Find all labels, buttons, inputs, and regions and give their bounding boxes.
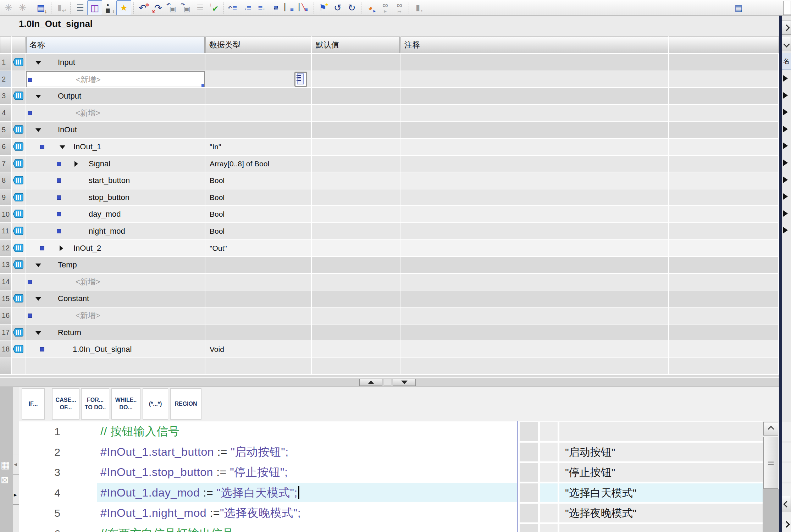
param-sync-icon[interactable]: ≡⇄: [269, 1, 283, 15]
side-comment-cell[interactable]: [559, 422, 763, 441]
variable-name[interactable]: night_mod: [89, 223, 125, 239]
panel-collapse-left-button[interactable]: [782, 496, 791, 512]
datatype-cell[interactable]: [205, 54, 311, 71]
comment-cell[interactable]: [400, 189, 668, 206]
row-number-cell[interactable]: 5: [0, 122, 11, 138]
datatype-cell[interactable]: Void: [205, 341, 311, 358]
default-value-cell[interactable]: [312, 206, 400, 222]
compile-disabled-icon[interactable]: ✳: [1, 1, 16, 15]
monitor-step-icon[interactable]: ∞↦: [392, 1, 406, 15]
snippet-button-for[interactable]: FOR...TO DO..: [81, 388, 109, 420]
datatype-cell[interactable]: "In": [205, 139, 311, 155]
variable-name[interactable]: start_button: [89, 172, 130, 189]
text-block-icon[interactable]: ☰: [193, 1, 207, 15]
header-name[interactable]: 名称: [26, 37, 205, 53]
code-line[interactable]: #InOut_1.stop_button := "停止按钮";: [100, 462, 288, 483]
comment-cell[interactable]: [400, 105, 668, 121]
name-cell[interactable]: start_button: [26, 172, 205, 189]
default-value-cell[interactable]: [312, 358, 400, 375]
variable-name[interactable]: Constant: [58, 290, 89, 307]
split-editor-icon[interactable]: ▤●: [731, 1, 746, 15]
datatype-cell[interactable]: Bool: [205, 189, 311, 206]
comment-cell[interactable]: [400, 71, 668, 88]
variable-name[interactable]: <新增>: [76, 274, 100, 290]
name-cell[interactable]: <新增>: [26, 274, 205, 290]
name-cell[interactable]: Temp: [26, 257, 205, 273]
code-line[interactable]: // 按钮输入信号: [100, 421, 179, 442]
sidebar-collapse-bar[interactable]: ◀ ▶: [13, 387, 19, 532]
default-value-cell[interactable]: [312, 307, 400, 324]
comment-cell[interactable]: [400, 172, 668, 189]
scrollbar-track-lower[interactable]: [763, 489, 779, 532]
variable-name[interactable]: day_mod: [89, 206, 121, 222]
variable-name[interactable]: <新增>: [76, 307, 100, 324]
default-value-cell[interactable]: [312, 240, 400, 256]
row-expand-arrow-icon[interactable]: [783, 75, 788, 82]
default-value-cell[interactable]: [312, 325, 400, 341]
variable-name[interactable]: stop_button: [89, 189, 129, 206]
datatype-cell[interactable]: [205, 290, 311, 307]
name-cell[interactable]: 1.0In_Out_signal: [26, 341, 205, 358]
row-number-cell[interactable]: 7: [0, 156, 11, 172]
row-number-cell[interactable]: 14: [0, 274, 11, 290]
comment-cell[interactable]: [400, 122, 668, 138]
name-cell[interactable]: Constant: [26, 290, 205, 307]
expander-down-icon[interactable]: [35, 297, 41, 301]
comment-cell[interactable]: [400, 88, 668, 104]
code-line[interactable]: #InOut_1.start_button := "启动按钮";: [100, 442, 289, 462]
comment-cell[interactable]: [400, 358, 668, 375]
default-value-cell[interactable]: [312, 223, 400, 239]
variable-name[interactable]: InOut: [58, 122, 77, 138]
row-number-cell[interactable]: 15: [0, 290, 11, 307]
comment-cell[interactable]: [400, 307, 668, 324]
scrollbar-up-button[interactable]: [763, 422, 778, 436]
default-value-cell[interactable]: [312, 341, 400, 358]
datatype-cell[interactable]: [205, 274, 311, 290]
scrollbar-thumb[interactable]: [763, 437, 778, 489]
side-comment-cell[interactable]: [559, 524, 763, 532]
default-value-cell[interactable]: [312, 71, 400, 88]
comment-cell[interactable]: [400, 274, 668, 290]
name-cell[interactable]: InOut_2: [26, 240, 205, 256]
datatype-cell[interactable]: [205, 105, 311, 121]
default-value-cell[interactable]: [312, 156, 400, 172]
expander-down-icon[interactable]: [60, 145, 65, 149]
comment-cell[interactable]: [400, 223, 668, 239]
code-line[interactable]: #InOut_1.night_mod :="选择夜晚模式";: [100, 503, 301, 523]
edit-resize-handle[interactable]: [201, 84, 204, 87]
bookmark-new-icon[interactable]: ⚑★: [316, 1, 331, 15]
expander-right-icon[interactable]: [74, 161, 78, 167]
row-expand-arrow-icon[interactable]: [783, 109, 788, 115]
row-number-cell[interactable]: 12: [0, 240, 11, 256]
name-cell[interactable]: Input: [26, 54, 205, 71]
datatype-cell[interactable]: Array[0..8] of Bool: [205, 156, 311, 172]
side-comment-cell[interactable]: "选择夜晚模式": [559, 504, 763, 522]
variable-name[interactable]: Input: [58, 54, 75, 71]
row-expand-arrow-icon[interactable]: [783, 210, 788, 217]
insert-row-icon[interactable]: ▤↓: [35, 1, 49, 15]
name-cell[interactable]: night_mod: [26, 223, 205, 239]
variable-name[interactable]: InOut_1: [73, 139, 101, 155]
outline-icon[interactable]: ☰: [73, 1, 87, 15]
db-protect-icon[interactable]: ▮▪: [411, 1, 426, 15]
snippet-button-while[interactable]: WHILE..DO...: [111, 388, 140, 420]
name-cell[interactable]: [26, 358, 205, 375]
comment-cell[interactable]: [400, 257, 668, 273]
comment-cell[interactable]: [400, 290, 668, 307]
header-datatype[interactable]: 数据类型: [205, 37, 311, 53]
row-expand-arrow-icon[interactable]: [783, 126, 788, 132]
panel-expand-right-bottom-button[interactable]: [782, 516, 791, 532]
datatype-cell[interactable]: [205, 358, 311, 375]
datatype-cell[interactable]: [205, 88, 311, 104]
comment-cell[interactable]: [400, 341, 668, 358]
name-cell[interactable]: Signal: [26, 156, 205, 172]
variable-name[interactable]: Signal: [89, 156, 110, 172]
expander-down-icon[interactable]: [35, 264, 41, 267]
row-expand-arrow-icon[interactable]: [783, 193, 788, 200]
expander-down-icon[interactable]: [35, 61, 41, 65]
name-cell[interactable]: stop_button: [26, 189, 205, 206]
bookmark-prev-icon[interactable]: ↺: [331, 1, 345, 15]
splitter-collapse-down-button[interactable]: [393, 379, 416, 386]
default-value-cell[interactable]: [312, 274, 400, 290]
splitter-grip[interactable]: [384, 379, 391, 386]
